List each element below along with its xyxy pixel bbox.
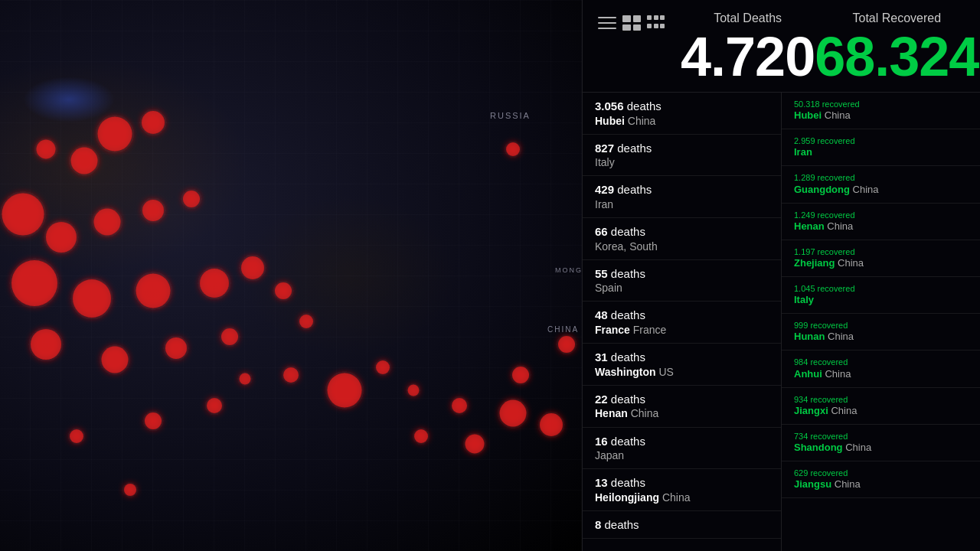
recovered-count: 934 recovered [794,394,968,405]
recovered-location: Italy [794,294,968,307]
recovered-count: 50.318 recovered [794,99,968,109]
svg-point-25 [452,398,467,413]
death-location: Hubei China [595,114,769,128]
svg-point-22 [240,373,251,385]
deaths-list-item: 3.056 deathsHubei China [583,93,781,135]
recovered-list-item: 629 recoveredJiangsu China [782,461,980,498]
svg-point-7 [142,200,164,221]
recovered-list-item: 999 recoveredHunan China [782,314,980,350]
svg-point-0 [98,117,132,152]
recovered-list-item: 50.318 recoveredHubei China [782,93,980,129]
death-count: 66 deaths [595,224,769,240]
svg-point-31 [506,142,520,156]
recovered-count: 999 recovered [794,320,968,331]
svg-point-34 [145,412,162,429]
deaths-list-item: 16 deathsJapan [583,428,781,470]
total-recovered-section: Total Recovered 68.324 [815,11,978,84]
recovered-location: Iran [794,146,968,159]
svg-point-5 [46,222,77,253]
recovered-location: Anhui China [794,368,968,381]
deaths-list-item: 48 deathsFrance France [583,302,781,344]
svg-point-16 [102,347,129,373]
svg-point-35 [207,398,222,413]
recovered-list-item: 984 recoveredAnhui China [782,350,980,387]
svg-point-23 [376,360,390,374]
svg-point-32 [558,336,575,353]
deaths-list-item: 22 deathsHenan China [583,386,781,428]
deaths-list: 3.056 deathsHubei China827 deathsItaly42… [583,93,782,551]
svg-point-29 [540,413,563,436]
outbreak-dots [0,0,582,551]
death-count: 827 deaths [595,141,769,156]
svg-point-27 [466,435,485,454]
death-location: Heilongjiang China [595,491,769,504]
recovered-count: 734 recovered [794,431,968,442]
death-count: 48 deaths [595,308,769,323]
deaths-list-item: 31 deathsWashington US [583,344,781,386]
grid-view-icon[interactable] [622,15,641,31]
recovered-count: 1.197 recovered [794,246,968,257]
death-count: 13 deaths [595,475,769,491]
total-deaths-label: Total Deaths [681,11,815,25]
deaths-list-item: 55 deathsSpain [583,260,781,302]
total-deaths-value: 4.720 [681,29,815,84]
svg-point-17 [165,337,187,359]
svg-point-24 [408,385,420,396]
svg-point-2 [142,111,165,134]
svg-point-18 [221,328,238,345]
recovered-count: 984 recovered [794,357,968,367]
recovered-list-item: 1.045 recoveredItaly [782,277,980,314]
dots-view-icon[interactable] [647,15,665,31]
svg-point-36 [124,484,136,496]
svg-point-20 [328,373,362,408]
recovered-list-item: 934 recoveredJiangxi China [782,388,980,425]
recovered-location: Jiangsu China [794,478,968,491]
svg-point-19 [299,315,313,328]
recovered-count: 1.249 recovered [794,210,968,220]
svg-point-3 [37,140,56,159]
recovered-count: 1.289 recovered [794,172,968,183]
svg-point-15 [31,329,61,360]
death-location: Spain [595,281,769,295]
svg-point-26 [414,429,428,443]
svg-point-33 [70,429,83,443]
total-deaths-section: Total Deaths 4.720 [681,11,815,84]
death-location: Henan China [595,406,769,420]
recovered-location: Zhejiang China [794,257,968,270]
svg-point-8 [183,191,200,207]
world-map: RUSSIA MONGO... CHINA [0,0,582,551]
recovered-list-item: 1.249 recoveredHenan China [782,204,980,240]
deaths-list-item: 827 deathsItaly [583,135,781,177]
svg-point-6 [94,209,121,236]
svg-point-13 [241,256,264,279]
svg-point-28 [500,400,527,427]
death-count: 31 deaths [595,350,769,365]
svg-point-11 [136,274,171,308]
recovered-location: Jiangxi China [794,405,968,418]
deaths-list-item: 66 deathsKorea, South [583,218,781,260]
lists-container: 3.056 deathsHubei China827 deathsItaly42… [583,93,980,551]
death-location: Iran [595,197,769,211]
recovered-list-item: 2.959 recoveredIran [782,129,980,166]
svg-point-1 [71,148,98,174]
death-count: 429 deaths [595,182,769,197]
death-location: Washington US [595,365,769,379]
svg-point-12 [200,269,229,298]
recovered-location: Guangdong China [794,184,968,197]
death-count: 16 deaths [595,434,769,449]
toolbar [598,15,665,31]
deaths-list-item: 429 deathsIran [583,176,781,218]
total-recovered-value: 68.324 [815,29,978,84]
death-count: 22 deaths [595,392,769,407]
recovered-count: 629 recovered [794,468,968,478]
svg-point-21 [283,367,299,383]
recovered-list: 50.318 recoveredHubei China2.959 recover… [782,93,980,551]
stats-header: Total Deaths 4.720 Total Recovered 68.32… [583,0,980,93]
svg-point-30 [512,367,529,383]
svg-point-4 [2,194,44,236]
deaths-list-item: 13 deathsHeilongjiang China [583,469,781,511]
death-location: France France [595,323,769,337]
death-count: 55 deaths [595,266,769,282]
list-view-icon[interactable] [598,15,616,31]
recovered-list-item: 1.197 recoveredZhejiang China [782,240,980,277]
